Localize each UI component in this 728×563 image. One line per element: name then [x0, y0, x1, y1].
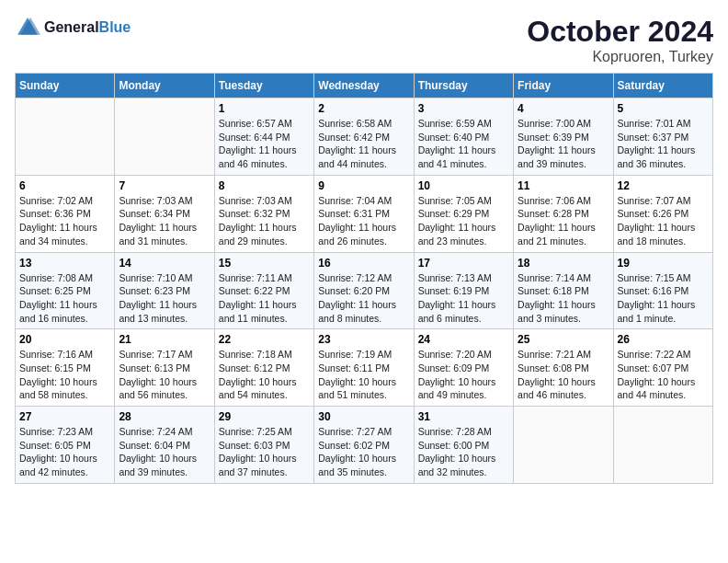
calendar-cell: 29Sunrise: 7:25 AM Sunset: 6:03 PM Dayli…: [214, 407, 313, 484]
header-day-monday: Monday: [115, 74, 214, 98]
week-row-3: 13Sunrise: 7:08 AM Sunset: 6:25 PM Dayli…: [16, 252, 713, 329]
calendar-cell: 27Sunrise: 7:23 AM Sunset: 6:05 PM Dayli…: [16, 407, 115, 484]
calendar-cell: [16, 98, 115, 176]
calendar-cell: 4Sunrise: 7:00 AM Sunset: 6:39 PM Daylig…: [514, 98, 613, 176]
day-number: 30: [318, 410, 409, 423]
day-content: Sunrise: 7:22 AM Sunset: 6:07 PM Dayligh…: [618, 348, 709, 402]
logo: GeneralBlue: [15, 15, 131, 40]
day-content: Sunrise: 7:21 AM Sunset: 6:08 PM Dayligh…: [518, 348, 609, 402]
day-content: Sunrise: 7:04 AM Sunset: 6:31 PM Dayligh…: [318, 194, 409, 248]
day-content: Sunrise: 6:58 AM Sunset: 6:42 PM Dayligh…: [318, 117, 409, 171]
title-area: October 2024 Kopruoren, Turkey: [527, 15, 713, 65]
week-row-4: 20Sunrise: 7:16 AM Sunset: 6:15 PM Dayli…: [16, 329, 713, 407]
day-content: Sunrise: 7:24 AM Sunset: 6:04 PM Dayligh…: [119, 425, 210, 479]
calendar-table: SundayMondayTuesdayWednesdayThursdayFrid…: [15, 73, 713, 484]
header-day-sunday: Sunday: [16, 74, 115, 98]
day-content: Sunrise: 7:07 AM Sunset: 6:26 PM Dayligh…: [618, 194, 709, 248]
header-day-tuesday: Tuesday: [214, 74, 313, 98]
day-number: 14: [119, 257, 210, 270]
day-number: 19: [618, 257, 709, 270]
calendar-cell: 6Sunrise: 7:02 AM Sunset: 6:36 PM Daylig…: [16, 175, 115, 252]
calendar-cell: 14Sunrise: 7:10 AM Sunset: 6:23 PM Dayli…: [115, 252, 214, 329]
day-content: Sunrise: 7:27 AM Sunset: 6:02 PM Dayligh…: [318, 425, 409, 479]
calendar-cell: 9Sunrise: 7:04 AM Sunset: 6:31 PM Daylig…: [314, 175, 414, 252]
day-content: Sunrise: 7:12 AM Sunset: 6:20 PM Dayligh…: [318, 271, 409, 326]
week-row-2: 6Sunrise: 7:02 AM Sunset: 6:36 PM Daylig…: [16, 175, 713, 252]
header-day-friday: Friday: [514, 74, 613, 98]
calendar-cell: 8Sunrise: 7:03 AM Sunset: 6:32 PM Daylig…: [214, 175, 313, 252]
calendar-cell: 18Sunrise: 7:14 AM Sunset: 6:18 PM Dayli…: [514, 252, 613, 329]
day-content: Sunrise: 7:16 AM Sunset: 6:15 PM Dayligh…: [19, 348, 110, 402]
calendar-cell: 23Sunrise: 7:19 AM Sunset: 6:11 PM Dayli…: [314, 329, 414, 407]
day-number: 9: [318, 179, 409, 192]
location-title: Kopruoren, Turkey: [527, 49, 713, 65]
day-number: 17: [418, 257, 509, 270]
day-content: Sunrise: 7:03 AM Sunset: 6:32 PM Dayligh…: [219, 194, 310, 248]
day-number: 28: [119, 410, 210, 423]
calendar-cell: [613, 407, 712, 484]
calendar-cell: 11Sunrise: 7:06 AM Sunset: 6:28 PM Dayli…: [514, 175, 613, 252]
day-number: 15: [219, 257, 310, 270]
day-number: 4: [518, 102, 609, 115]
day-number: 5: [618, 102, 709, 115]
day-content: Sunrise: 7:13 AM Sunset: 6:19 PM Dayligh…: [418, 271, 509, 326]
day-number: 18: [518, 257, 609, 270]
calendar-cell: 15Sunrise: 7:11 AM Sunset: 6:22 PM Dayli…: [214, 252, 313, 329]
day-content: Sunrise: 7:00 AM Sunset: 6:39 PM Dayligh…: [518, 117, 609, 171]
header: GeneralBlue October 2024 Kopruoren, Turk…: [15, 15, 713, 65]
calendar-cell: 10Sunrise: 7:05 AM Sunset: 6:29 PM Dayli…: [414, 175, 513, 252]
logo-icon: [15, 15, 40, 40]
day-number: 25: [518, 333, 609, 346]
day-number: 11: [518, 179, 609, 192]
day-number: 13: [19, 257, 110, 270]
calendar-cell: 1Sunrise: 6:57 AM Sunset: 6:44 PM Daylig…: [214, 98, 313, 176]
day-content: Sunrise: 7:11 AM Sunset: 6:22 PM Dayligh…: [219, 271, 310, 326]
calendar-cell: 5Sunrise: 7:01 AM Sunset: 6:37 PM Daylig…: [613, 98, 712, 176]
day-content: Sunrise: 7:03 AM Sunset: 6:34 PM Dayligh…: [119, 194, 210, 248]
calendar-cell: 28Sunrise: 7:24 AM Sunset: 6:04 PM Dayli…: [115, 407, 214, 484]
calendar-cell: 19Sunrise: 7:15 AM Sunset: 6:16 PM Dayli…: [613, 252, 712, 329]
day-content: Sunrise: 6:59 AM Sunset: 6:40 PM Dayligh…: [418, 117, 509, 171]
month-title: October 2024: [527, 15, 713, 49]
calendar-cell: 2Sunrise: 6:58 AM Sunset: 6:42 PM Daylig…: [314, 98, 414, 176]
week-row-1: 1Sunrise: 6:57 AM Sunset: 6:44 PM Daylig…: [16, 98, 713, 176]
day-number: 12: [618, 179, 709, 192]
day-content: Sunrise: 7:01 AM Sunset: 6:37 PM Dayligh…: [618, 117, 709, 171]
week-row-5: 27Sunrise: 7:23 AM Sunset: 6:05 PM Dayli…: [16, 407, 713, 484]
header-day-thursday: Thursday: [414, 74, 513, 98]
day-content: Sunrise: 7:08 AM Sunset: 6:25 PM Dayligh…: [19, 271, 110, 326]
day-content: Sunrise: 6:57 AM Sunset: 6:44 PM Dayligh…: [219, 117, 310, 171]
calendar-cell: 16Sunrise: 7:12 AM Sunset: 6:20 PM Dayli…: [314, 252, 414, 329]
day-number: 31: [418, 410, 509, 423]
calendar-cell: 17Sunrise: 7:13 AM Sunset: 6:19 PM Dayli…: [414, 252, 513, 329]
calendar-cell: 20Sunrise: 7:16 AM Sunset: 6:15 PM Dayli…: [16, 329, 115, 407]
calendar-cell: [514, 407, 613, 484]
day-number: 20: [19, 333, 110, 346]
day-number: 1: [219, 102, 310, 115]
calendar-cell: 25Sunrise: 7:21 AM Sunset: 6:08 PM Dayli…: [514, 329, 613, 407]
day-number: 22: [219, 333, 310, 346]
calendar-cell: [115, 98, 214, 176]
day-content: Sunrise: 7:15 AM Sunset: 6:16 PM Dayligh…: [618, 271, 709, 326]
day-content: Sunrise: 7:28 AM Sunset: 6:00 PM Dayligh…: [418, 425, 509, 479]
day-number: 6: [19, 179, 110, 192]
calendar-cell: 12Sunrise: 7:07 AM Sunset: 6:26 PM Dayli…: [613, 175, 712, 252]
day-content: Sunrise: 7:14 AM Sunset: 6:18 PM Dayligh…: [518, 271, 609, 326]
day-number: 3: [418, 102, 509, 115]
day-content: Sunrise: 7:06 AM Sunset: 6:28 PM Dayligh…: [518, 194, 609, 248]
day-content: Sunrise: 7:10 AM Sunset: 6:23 PM Dayligh…: [119, 271, 210, 326]
day-content: Sunrise: 7:20 AM Sunset: 6:09 PM Dayligh…: [418, 348, 509, 402]
calendar-cell: 24Sunrise: 7:20 AM Sunset: 6:09 PM Dayli…: [414, 329, 513, 407]
calendar-cell: 7Sunrise: 7:03 AM Sunset: 6:34 PM Daylig…: [115, 175, 214, 252]
calendar-cell: 26Sunrise: 7:22 AM Sunset: 6:07 PM Dayli…: [613, 329, 712, 407]
calendar-cell: 31Sunrise: 7:28 AM Sunset: 6:00 PM Dayli…: [414, 407, 513, 484]
header-row: SundayMondayTuesdayWednesdayThursdayFrid…: [16, 74, 713, 98]
day-content: Sunrise: 7:05 AM Sunset: 6:29 PM Dayligh…: [418, 194, 509, 248]
calendar-cell: 30Sunrise: 7:27 AM Sunset: 6:02 PM Dayli…: [314, 407, 414, 484]
day-number: 27: [19, 410, 110, 423]
day-content: Sunrise: 7:23 AM Sunset: 6:05 PM Dayligh…: [19, 425, 110, 479]
calendar-cell: 13Sunrise: 7:08 AM Sunset: 6:25 PM Dayli…: [16, 252, 115, 329]
day-number: 7: [119, 179, 210, 192]
day-content: Sunrise: 7:02 AM Sunset: 6:36 PM Dayligh…: [19, 194, 110, 248]
day-number: 21: [119, 333, 210, 346]
